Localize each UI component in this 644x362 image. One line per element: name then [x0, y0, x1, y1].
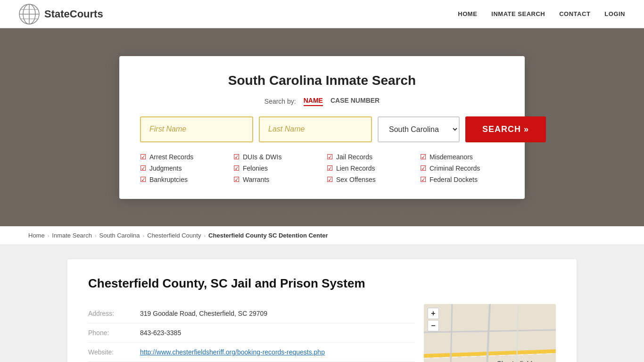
checkbox-icon: ☑ — [140, 175, 146, 184]
phone-row: Phone: 843-623-3385 — [88, 323, 414, 343]
breadcrumb: Home › Inmate Search › South Carolina › … — [0, 226, 644, 245]
main-content: Chesterfield County, SC Jail and Prison … — [39, 245, 605, 362]
brand-link[interactable]: StateCourts — [19, 4, 103, 25]
info-table: Address: 319 Goodale Road, Chesterfield,… — [88, 304, 414, 362]
checkbox-icon: ☑ — [327, 164, 333, 173]
website-link[interactable]: http://www.chesterfieldsheriff.org/booki… — [140, 348, 325, 356]
nav-links: HOME INMATE SEARCH CONTACT LOGIN — [458, 10, 625, 17]
hero-section: COURTHOUSE South Carolina Inmate Search … — [0, 28, 644, 226]
breadcrumb-sep-4: › — [204, 233, 206, 239]
checkbox-judgments: ☑ Judgments — [140, 164, 224, 173]
website-row: Website: http://www.chesterfieldsheriff.… — [88, 343, 414, 362]
breadcrumb-sep-2: › — [95, 233, 97, 239]
state-select[interactable]: Alabama Alaska Arizona Arkansas Californ… — [378, 116, 460, 142]
breadcrumb-inmate-search[interactable]: Inmate Search — [52, 232, 92, 239]
nav-home[interactable]: HOME — [458, 10, 477, 17]
phone-value: 843-623-3385 — [140, 329, 181, 337]
info-grid: Address: 319 Goodale Road, Chesterfield,… — [88, 304, 556, 362]
checkbox-warrants: ☑ Warrants — [233, 175, 317, 184]
checkbox-icon: ☑ — [420, 175, 426, 184]
address-value: 319 Goodale Road, Chesterfield, SC 29709 — [140, 310, 267, 317]
checkbox-icon: ☑ — [233, 153, 239, 161]
address-row: Address: 319 Goodale Road, Chesterfield,… — [88, 304, 414, 323]
map-svg: Chesterfield — [424, 304, 556, 362]
checkbox-label-criminal: Criminal Records — [429, 165, 480, 172]
breadcrumb-sep-3: › — [143, 233, 145, 239]
checkbox-arrest-records: ☑ Arrest Records — [140, 153, 224, 161]
checkbox-label-bankruptcies: Bankruptcies — [149, 176, 188, 183]
checkbox-label-judgments: Judgments — [149, 165, 182, 172]
search-by-label: Search by: — [264, 98, 296, 105]
first-name-input[interactable] — [140, 116, 253, 142]
search-form-row: Alabama Alaska Arizona Arkansas Californ… — [140, 116, 504, 142]
breadcrumb-chesterfield-county[interactable]: Chesterfield County — [147, 232, 201, 239]
map-container: Chesterfield + − — [424, 304, 556, 362]
website-label: Website: — [88, 348, 131, 356]
checkbox-misdemeanors: ☑ Misdemeanors — [420, 153, 504, 161]
checkbox-label-jail: Jail Records — [336, 153, 372, 161]
checkbox-jail-records: ☑ Jail Records — [327, 153, 411, 161]
checkbox-icon: ☑ — [140, 153, 146, 161]
tab-case-number[interactable]: CASE NUMBER — [330, 97, 380, 106]
checkbox-criminal-records: ☑ Criminal Records — [420, 164, 504, 173]
checkbox-label-warrants: Warrants — [243, 176, 269, 183]
tab-name[interactable]: NAME — [304, 97, 323, 106]
breadcrumb-south-carolina[interactable]: South Carolina — [99, 232, 140, 239]
checkbox-label-lien: Lien Records — [336, 165, 375, 172]
checkbox-icon: ☑ — [420, 153, 426, 161]
svg-text:Chesterfield: Chesterfield — [497, 360, 532, 362]
map-zoom-out[interactable]: − — [428, 320, 439, 331]
checkbox-felonies: ☑ Felonies — [233, 164, 317, 173]
brand-logo — [19, 4, 40, 25]
checkbox-label-felonies: Felonies — [243, 165, 268, 172]
search-by-row: Search by: NAME CASE NUMBER — [140, 97, 504, 106]
nav-login[interactable]: LOGIN — [604, 10, 625, 17]
search-card: South Carolina Inmate Search Search by: … — [119, 56, 525, 199]
checkbox-label-arrest: Arrest Records — [149, 153, 193, 161]
map-zoom-in[interactable]: + — [428, 308, 439, 319]
checkbox-bankruptcies: ☑ Bankruptcies — [140, 175, 224, 184]
address-label: Address: — [88, 310, 131, 317]
breadcrumb-current: Chesterfield County SC Detention Center — [208, 232, 328, 239]
checkbox-icon: ☑ — [140, 164, 146, 173]
breadcrumb-home[interactable]: Home — [28, 232, 45, 239]
checkbox-icon: ☑ — [233, 175, 239, 184]
checkbox-duis: ☑ DUIs & DWIs — [233, 153, 317, 161]
checkbox-sex-offenses: ☑ Sex Offenses — [327, 175, 411, 184]
checkbox-label-misdemeanors: Misdemeanors — [429, 153, 473, 161]
checkbox-federal-dockets: ☑ Federal Dockets — [420, 175, 504, 184]
phone-label: Phone: — [88, 329, 131, 337]
content-card: Chesterfield County, SC Jail and Prison … — [67, 259, 577, 362]
checkbox-icon: ☑ — [420, 164, 426, 173]
nav-inmate-search[interactable]: INMATE SEARCH — [491, 10, 545, 17]
checkbox-label-sex-offenses: Sex Offenses — [336, 176, 376, 183]
brand-name: StateCourts — [44, 8, 103, 20]
checkbox-label-federal: Federal Dockets — [429, 176, 478, 183]
checkbox-icon: ☑ — [327, 175, 333, 184]
breadcrumb-sep-1: › — [48, 233, 50, 239]
content-title: Chesterfield County, SC Jail and Prison … — [88, 276, 556, 291]
checkbox-lien-records: ☑ Lien Records — [327, 164, 411, 173]
checkbox-grid: ☑ Arrest Records ☑ DUIs & DWIs ☑ Jail Re… — [140, 153, 504, 184]
search-button[interactable]: SEARCH » — [465, 116, 546, 142]
search-card-title: South Carolina Inmate Search — [140, 73, 504, 88]
map-controls: + − — [428, 308, 439, 331]
checkbox-label-duis: DUIs & DWIs — [243, 153, 281, 161]
nav-contact[interactable]: CONTACT — [559, 10, 590, 17]
checkbox-icon: ☑ — [233, 164, 239, 173]
checkbox-icon: ☑ — [327, 153, 333, 161]
last-name-input[interactable] — [259, 116, 372, 142]
navbar: StateCourts HOME INMATE SEARCH CONTACT L… — [0, 0, 644, 28]
